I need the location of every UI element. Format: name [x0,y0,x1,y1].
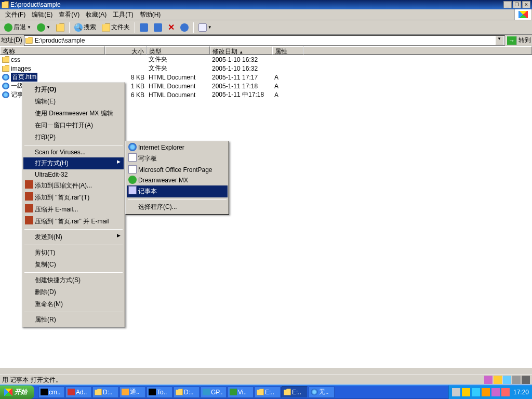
taskbar-item[interactable]: cm.. [38,387,64,398]
ctx-open-with[interactable]: 打开方式(H) [23,157,124,169]
minimize-button[interactable]: _ [503,1,512,8]
status-text: 用 记事本 打开文件。 [2,376,62,384]
maximize-button[interactable]: ❐ [513,1,521,8]
windows-logo [514,9,531,20]
file-row[interactable]: 首页.htm 8 KB HTML Document 2005-1-11 17:1… [0,73,532,82]
menu-fav[interactable]: 收藏(A) [83,9,110,20]
menu-tools[interactable]: 工具(T) [110,9,136,20]
sub-notepad[interactable]: 记事本 [127,185,228,197]
context-menu[interactable]: 打开(O) 编辑(E) 使用 Dreamweaver MX 编辑 在同一窗口中打… [22,82,125,327]
ctx-compress-email[interactable]: 压缩并 E-mail... [23,204,124,216]
status-icon [512,376,521,384]
rar-icon [25,204,33,212]
status-icon [494,376,502,384]
status-icon [522,376,530,384]
rar-icon [25,180,33,189]
open-with-submenu[interactable]: Internet Explorer 写字板 Microsoft Office F… [125,141,229,215]
ctx-open[interactable]: 打开(O) [23,84,124,96]
col-attr[interactable]: 属性 [272,46,303,55]
taskbar-item[interactable]: D:.. [174,387,200,398]
folder-icon [2,56,9,63]
undo-button[interactable] [178,22,191,33]
taskbar-item[interactable]: Ad.. [65,387,91,398]
ctx-shortcut[interactable]: 创建快捷方式(S) [23,274,124,286]
tray-icon[interactable] [501,388,510,396]
folders-button[interactable]: 文件夹 [100,22,132,33]
sub-dreamweaver[interactable]: Dreamweaver MX [127,175,228,185]
start-button[interactable]: 开始 [0,385,34,399]
close-button[interactable]: ✕ [522,1,530,8]
system-tray[interactable]: 17:20 [448,385,532,399]
views-button[interactable]: ▼ [196,22,214,33]
tray-icon[interactable] [472,388,480,396]
forward-button[interactable]: ▼ [35,22,52,33]
file-list[interactable]: css 文件夹 2005-1-10 16:32 images 文件夹 2005-… [0,55,532,368]
tray-icon[interactable] [482,388,490,396]
ctx-add-rar[interactable]: 添加到 "首页.rar"(T) [23,192,124,204]
address-dropdown[interactable]: ▼ [495,36,503,45]
frontpage-icon [128,165,137,174]
ctx-cut[interactable]: 剪切(T) [23,247,124,259]
taskbar-item[interactable]: D:.. [92,387,118,398]
rar-icon [25,192,33,201]
taskbar-item[interactable]: E:.. [282,387,308,398]
ctx-send-to[interactable]: 发送到(N) [23,231,124,243]
status-bar: 用 记事本 打开文件。 [0,375,532,384]
taskbar-item[interactable]: 通.. [119,387,145,398]
col-size[interactable]: 大小 [105,46,147,55]
menu-help[interactable]: 帮助(H) [137,9,164,20]
toolbar: 后退▼ ▼ 🔍搜索 文件夹 ✕ ▼ [0,20,532,35]
taskbar-item[interactable]: GP.. [201,387,227,398]
html-icon [2,91,9,98]
sub-choose-program[interactable]: 选择程序(C)... [127,201,228,213]
sub-frontpage[interactable]: Microsoft Office FrontPage [127,165,228,175]
clock[interactable]: 17:20 [511,389,529,396]
col-date[interactable]: 修改日期 ▲ [210,46,272,55]
file-row[interactable]: images 文件夹 2005-1-10 16:32 [0,64,532,73]
col-name[interactable]: 名称 [0,46,105,55]
ctx-print[interactable]: 打印(P) [23,131,124,143]
ctx-compress-rar-email[interactable]: 压缩到 "首页.rar" 并 E-mail [23,216,124,228]
ctx-add-archive[interactable]: 添加到压缩文件(A)... [23,180,124,192]
status-icon [484,376,493,384]
menu-view[interactable]: 查看(V) [56,9,83,20]
rar-icon [25,216,33,224]
tray-icon[interactable] [491,388,500,396]
address-input[interactable]: E:\product\sample ▼ [24,35,505,46]
ctx-scan-virus[interactable]: Scan for Viruses... [23,147,124,157]
search-button[interactable]: 🔍搜索 [72,22,98,33]
address-label: 地址(D) [1,36,22,45]
tray-icon[interactable] [462,388,470,396]
file-row[interactable]: css 文件夹 2005-1-10 16:32 [0,55,532,64]
menu-file[interactable]: 文件(F) [2,9,29,20]
ctx-dw-edit[interactable]: 使用 Dreamweaver MX 编辑 [23,108,124,119]
address-bar: 地址(D) E:\product\sample ▼ → 转到 [0,35,532,46]
notepad-icon [128,186,137,194]
sub-ie[interactable]: Internet Explorer [127,142,228,153]
tray-icon[interactable] [452,388,460,396]
go-button[interactable]: → [507,36,517,45]
ctx-copy[interactable]: 复制(C) [23,259,124,271]
title-bar: E:\product\sample _ ❐ ✕ [0,0,532,9]
up-button[interactable] [54,22,66,33]
taskbar-item[interactable]: Vi.. [228,387,254,398]
ctx-delete[interactable]: 删除(D) [23,286,124,298]
delete-button[interactable]: ✕ [166,22,177,33]
taskbar[interactable]: 开始 cm.. Ad.. D:.. 通.. To.. D:.. GP.. Vi.… [0,384,532,399]
taskbar-item[interactable]: 无.. [309,387,335,398]
html-icon [2,83,9,89]
back-button[interactable]: 后退▼ [2,22,33,33]
menu-edit[interactable]: 编辑(E) [29,9,56,20]
sub-wordpad[interactable]: 写字板 [127,153,228,165]
taskbar-item[interactable]: E:.. [255,387,281,398]
copyto-button[interactable] [152,22,164,33]
ctx-rename[interactable]: 重命名(M) [23,298,124,310]
taskbar-item[interactable]: To.. [147,387,172,398]
ctx-same-window[interactable]: 在同一窗口中打开(A) [23,119,124,131]
ctx-properties[interactable]: 属性(R) [23,314,124,326]
moveto-button[interactable] [138,22,150,33]
ctx-edit[interactable]: 编辑(E) [23,96,124,108]
status-icon [503,376,511,384]
col-type[interactable]: 类型 [147,46,210,55]
ctx-ultraedit[interactable]: UltraEdit-32 [23,169,124,180]
